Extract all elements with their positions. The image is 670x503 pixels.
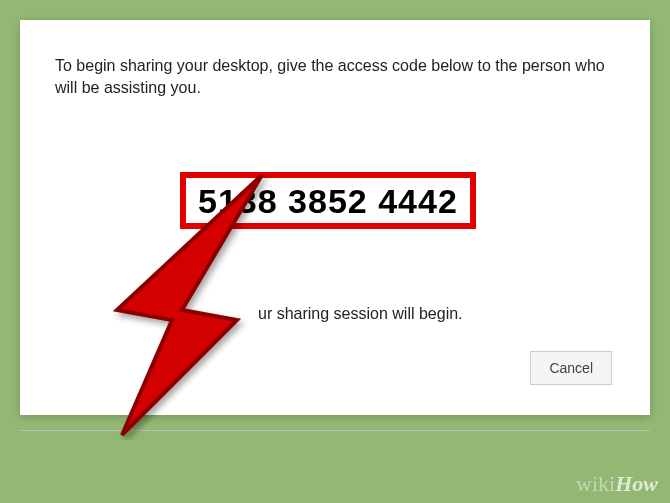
session-begin-text: ur sharing session will begin. [258,305,463,323]
cancel-button[interactable]: Cancel [530,351,612,385]
share-desktop-dialog: To begin sharing your desktop, give the … [20,20,650,415]
watermark-wiki: wiki [576,471,615,496]
divider-line [20,430,650,431]
access-code-highlight: 5138 3852 4442 [180,172,476,229]
access-code: 5138 3852 4442 [198,182,458,220]
instruction-text: To begin sharing your desktop, give the … [55,55,615,98]
watermark-how: How [615,471,658,496]
wikihow-watermark: wikiHow [576,471,658,497]
